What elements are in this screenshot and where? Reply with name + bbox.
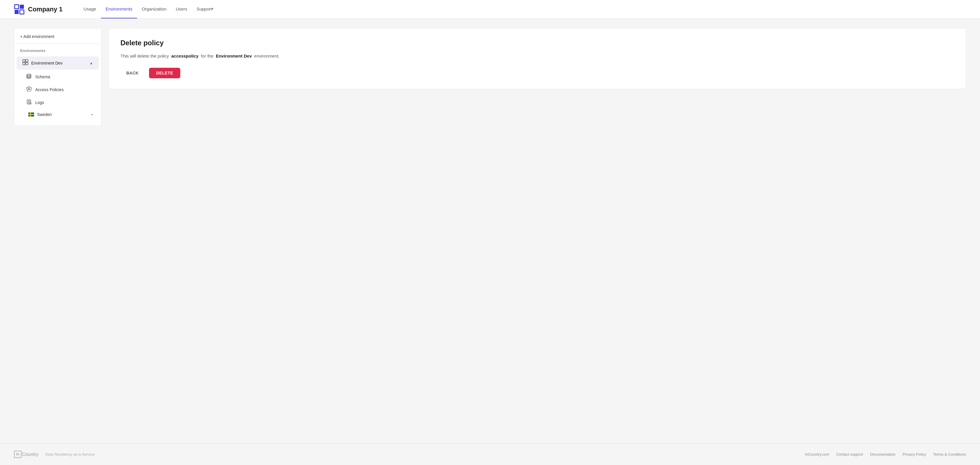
sidebar-section-label: Environments	[14, 44, 101, 55]
footer-link-contact[interactable]: Contact support	[836, 452, 863, 457]
description-middle: for the	[201, 53, 213, 58]
main-content: + Add environment Environments Environme…	[0, 19, 980, 443]
back-button[interactable]: BACK	[121, 68, 145, 78]
chevron-up-icon: ▲	[89, 61, 93, 65]
header: Company 1 Usage Environments Organizatio…	[0, 0, 980, 19]
policy-actions: BACK DELETE	[121, 68, 954, 78]
environment-icon	[22, 59, 28, 67]
company-name: Company 1	[28, 6, 63, 13]
delete-button[interactable]: DELETE	[149, 68, 180, 78]
environment-item[interactable]: Environment Dev ▲	[17, 56, 99, 70]
footer-link-docs[interactable]: Documentation	[870, 452, 896, 457]
schema-icon	[26, 74, 32, 80]
svg-rect-0	[14, 5, 19, 9]
svg-point-8	[27, 74, 31, 76]
footer: In Country Data Residency-as-a-Service I…	[0, 443, 980, 465]
description-suffix: environment.	[255, 53, 280, 58]
access-policies-icon	[26, 86, 32, 93]
main-nav: Usage Environments Organization Users Su…	[79, 0, 218, 18]
footer-link-privacy[interactable]: Privacy Policy	[902, 452, 926, 457]
svg-rect-1	[20, 5, 24, 9]
schema-label: Schema	[35, 75, 50, 79]
sweden-item[interactable]: Sweden ▾	[20, 109, 101, 120]
sidebar: + Add environment Environments Environme…	[14, 28, 102, 126]
sub-menu: Schema Access Policies	[14, 71, 101, 120]
environment-name-inline: Environment Dev	[216, 53, 252, 58]
logo-area: Company 1	[14, 4, 63, 14]
logs-icon	[26, 99, 32, 106]
sub-menu-access-policies[interactable]: Access Policies	[20, 83, 101, 96]
svg-rect-7	[25, 62, 28, 65]
footer-logo: In Country	[14, 451, 38, 458]
access-policies-label: Access Policies	[35, 87, 64, 92]
nav-item-support[interactable]: Support	[192, 0, 218, 18]
svg-rect-2	[14, 10, 19, 14]
footer-links: InCountry.com Contact support Documentat…	[805, 452, 966, 457]
sweden-label: Sweden	[37, 112, 52, 117]
policy-card-title: Delete policy	[121, 39, 954, 47]
delete-policy-card: Delete policy This will delete the polic…	[108, 28, 966, 89]
nav-item-users[interactable]: Users	[171, 0, 192, 18]
logs-label: Logs	[35, 100, 44, 105]
description-prefix: This will delete the policy	[121, 53, 169, 58]
svg-rect-4	[23, 59, 25, 62]
nav-item-usage[interactable]: Usage	[79, 0, 101, 18]
footer-logo-country: Country	[22, 452, 38, 457]
sub-menu-schema[interactable]: Schema	[20, 71, 101, 83]
footer-link-terms[interactable]: Terms & Conditions	[933, 452, 966, 457]
policy-name: accesspolicy	[171, 53, 198, 58]
footer-link-incountry[interactable]: InCountry.com	[805, 452, 829, 457]
chevron-down-icon: ▾	[91, 113, 93, 117]
sub-menu-logs[interactable]: Logs	[20, 96, 101, 109]
svg-rect-5	[25, 59, 28, 62]
svg-rect-6	[23, 62, 25, 65]
environment-name: Environment Dev	[31, 61, 87, 66]
footer-left: In Country Data Residency-as-a-Service	[14, 451, 95, 458]
app-logo	[14, 4, 24, 14]
add-environment-button[interactable]: + Add environment	[14, 34, 101, 44]
footer-logo-in: In	[14, 451, 22, 458]
sweden-flag-icon	[28, 112, 34, 117]
footer-tagline: Data Residency-as-a-Service	[46, 452, 95, 457]
nav-item-organization[interactable]: Organization	[137, 0, 171, 18]
svg-rect-3	[20, 10, 24, 14]
nav-item-environments[interactable]: Environments	[101, 0, 137, 18]
policy-description: This will delete the policy accesspolicy…	[121, 53, 954, 59]
